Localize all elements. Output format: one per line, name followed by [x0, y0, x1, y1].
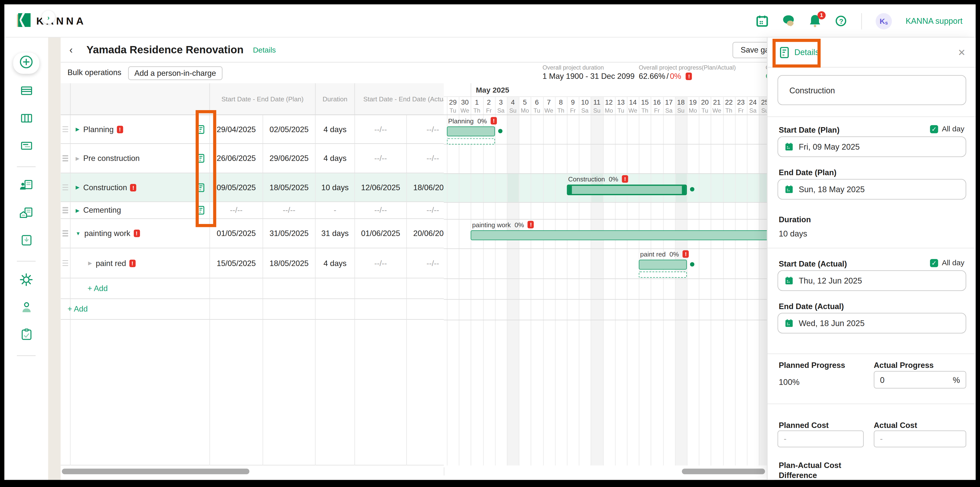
task-name[interactable]: Construction [83, 183, 127, 192]
day-header-cell[interactable]: 4Su [507, 97, 519, 115]
start-actual-input[interactable]: Thu, 12 Jun 2025 [778, 270, 966, 291]
task-name[interactable]: Planning [83, 125, 114, 134]
day-header-cell[interactable]: 16Fr [651, 97, 663, 115]
gantt-bar-painting-work[interactable] [471, 230, 774, 240]
table-cell[interactable]: --/-- [407, 115, 444, 144]
gantt-hscrollbar[interactable] [682, 469, 765, 474]
table-cell[interactable]: 09/05/2025 [210, 173, 263, 202]
table-cell[interactable]: --/-- [355, 202, 407, 219]
day-header-cell[interactable]: 13Tu [615, 97, 627, 115]
table-cell[interactable]: - [316, 202, 355, 219]
expand-arrow-icon[interactable]: ▶ [88, 260, 92, 266]
table-cell[interactable]: 29/04/2025 [210, 115, 263, 144]
day-header-cell[interactable]: 29Tu [447, 97, 459, 115]
actual-cost-input[interactable]: - [874, 430, 966, 447]
table-cell[interactable]: --/-- [407, 202, 444, 219]
table-cell[interactable]: --/-- [355, 144, 407, 172]
calendar-icon[interactable] [756, 15, 769, 27]
sidebar-item-report-card[interactable] [16, 137, 37, 156]
drag-handle-icon[interactable] [62, 260, 68, 266]
task-name[interactable]: Pre construction [83, 154, 140, 163]
sidebar-item-list-view[interactable] [16, 83, 37, 101]
sidebar-item-board-view[interactable] [16, 110, 37, 129]
day-header-cell[interactable]: 2Fr [483, 97, 495, 115]
drag-handle-icon[interactable] [62, 155, 68, 161]
sidebar-item-create-plus[interactable] [13, 53, 40, 74]
table-cell[interactable]: 02/05/2025 [263, 115, 316, 144]
day-header-cell[interactable]: 14We [627, 97, 639, 115]
planned-cost-input[interactable]: - [778, 430, 864, 447]
task-name[interactable]: paint red [96, 259, 126, 268]
day-header-cell[interactable]: 20Tu [699, 97, 711, 115]
day-header-cell[interactable]: 11Su [591, 97, 603, 115]
table-cell[interactable]: 4 days [316, 144, 355, 172]
close-icon[interactable]: ✕ [958, 47, 966, 58]
table-cell[interactable]: 18/05/2025 [263, 249, 316, 278]
gantt-actual-placeholder[interactable] [639, 271, 687, 278]
day-header-cell[interactable]: 17Sa [663, 97, 675, 115]
collapse-arrow-icon[interactable]: ▼ [76, 230, 81, 236]
table-cell[interactable]: --/-- [355, 115, 407, 144]
day-header-cell[interactable]: 1Th [471, 97, 483, 115]
back-chevron-icon[interactable]: ‹ [70, 44, 73, 55]
drag-handle-icon[interactable] [62, 230, 68, 236]
end-plan-input[interactable]: Sun, 18 May 2025 [778, 179, 966, 200]
task-name-input[interactable]: Construction [778, 75, 966, 105]
table-cell[interactable]: 31 days [316, 219, 355, 248]
end-actual-input[interactable]: Wed, 18 Jun 2025 [778, 313, 966, 334]
table-cell[interactable]: 20/06/2025 [407, 219, 444, 248]
add-task-button[interactable]: + Add [67, 305, 88, 314]
gantt-bar-paint-red[interactable] [639, 260, 687, 270]
day-header-cell[interactable]: 6Tu [531, 97, 543, 115]
day-header-cell[interactable]: 23Fr [735, 97, 747, 115]
day-header-cell[interactable]: 5Mo [519, 97, 531, 115]
table-cell[interactable]: 15/05/2025 [210, 249, 263, 278]
expand-arrow-icon[interactable]: ▶ [76, 185, 80, 190]
day-header-cell[interactable]: 30We [459, 97, 471, 115]
day-header-cell[interactable]: 22Th [723, 97, 735, 115]
sidebar-item-inbox-download[interactable] [16, 232, 37, 251]
table-cell[interactable]: --/-- [407, 249, 444, 278]
drag-handle-icon[interactable] [62, 126, 68, 132]
day-header-cell[interactable]: 21We [711, 97, 723, 115]
all-day-actual[interactable]: ✓All day [930, 259, 964, 267]
task-doc-icon[interactable] [197, 183, 205, 192]
day-header-cell[interactable]: 3Sa [495, 97, 507, 115]
chat-icon[interactable] [783, 15, 795, 27]
sidebar-expand-icon[interactable]: › [42, 11, 55, 24]
day-header-cell[interactable]: 8Th [555, 97, 567, 115]
day-header-cell[interactable]: 15Th [639, 97, 651, 115]
table-cell[interactable]: 4 days [316, 249, 355, 278]
table-cell[interactable]: --/-- [263, 202, 316, 219]
add-task-button[interactable]: + Add [88, 284, 108, 293]
expand-arrow-icon[interactable]: ▶ [76, 208, 80, 213]
gantt-bar-construction[interactable] [567, 185, 687, 195]
gantt-bar-endpoint[interactable] [690, 262, 695, 267]
drag-handle-icon[interactable] [62, 184, 68, 190]
day-header-cell[interactable]: 12Mo [603, 97, 615, 115]
expand-arrow-icon[interactable]: ▶ [76, 126, 80, 132]
task-doc-icon[interactable] [197, 154, 205, 163]
day-header-cell[interactable]: 7We [543, 97, 555, 115]
checkbox-checked-icon[interactable]: ✓ [930, 259, 938, 267]
table-cell[interactable]: 10 days [316, 173, 355, 202]
avatar[interactable]: Ks [875, 13, 892, 29]
table-cell[interactable]: --/-- [407, 144, 444, 172]
start-plan-input[interactable]: Fri, 09 May 2025 [778, 136, 966, 157]
table-cell[interactable]: --/-- [355, 249, 407, 278]
task-name[interactable]: Cementing [83, 206, 121, 215]
gantt-actual-placeholder[interactable] [447, 138, 495, 145]
drag-handle-icon[interactable] [62, 207, 68, 213]
table-cell[interactable]: 4 days [316, 115, 355, 144]
sidebar-item-site-doc[interactable] [16, 205, 37, 224]
all-day-plan[interactable]: ✓All day [930, 125, 964, 133]
day-header-cell[interactable]: 18Su [675, 97, 687, 115]
table-cell[interactable]: 29/06/2025 [263, 144, 316, 172]
day-header-cell[interactable]: 19Mo [687, 97, 699, 115]
bulk-operations-button[interactable]: Bulk operations [67, 68, 121, 77]
table-cell[interactable]: 12/06/2025 [355, 173, 407, 202]
task-doc-icon[interactable] [197, 125, 205, 134]
user-name[interactable]: KANNA support [905, 16, 963, 26]
table-cell[interactable]: 26/06/2025 [210, 144, 263, 172]
day-header-cell[interactable]: 24Sa [747, 97, 759, 115]
